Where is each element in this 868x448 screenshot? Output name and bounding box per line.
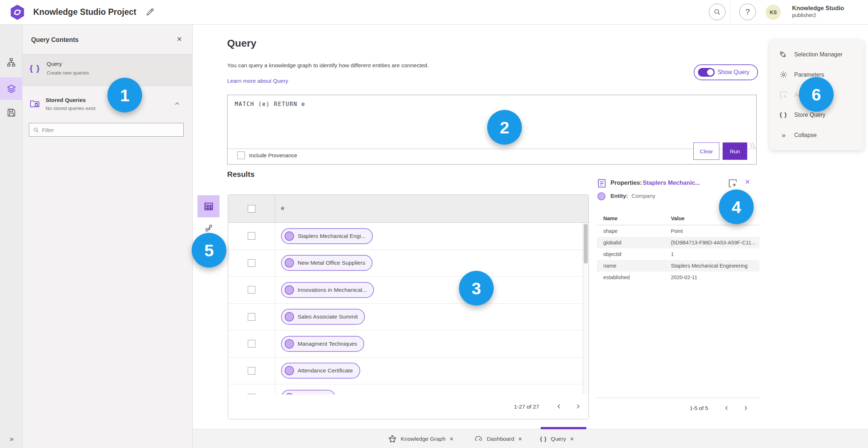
table-row[interactable]: New Metal Office Suppliers	[228, 250, 588, 277]
property-row[interactable]: shape Point	[597, 225, 760, 237]
entity-pill[interactable]: New Metal Office Suppliers	[281, 255, 373, 271]
menu-item-selection-manager[interactable]: Selection Manager	[770, 46, 864, 64]
property-row[interactable]: globalid {5D9B4713-F98D-4A53-A59F-C11...	[597, 237, 760, 248]
entity-dot-icon	[285, 312, 294, 321]
resize-grip-icon[interactable]: ╱╱	[750, 143, 755, 148]
show-query-toggle[interactable]: Show Query	[694, 64, 758, 80]
properties-entity-link[interactable]: Staplers Mechanic...	[643, 179, 700, 186]
entity-pill[interactable]: Sales Associate Summit	[281, 309, 365, 325]
scrollbar-thumb[interactable]	[584, 224, 588, 264]
panel-close-icon[interactable]: ×	[177, 35, 182, 43]
entity-dot-icon	[285, 285, 294, 295]
tab-knowledge-graph[interactable]: Knowledge Graph ×	[388, 429, 454, 448]
menu-item-collapse[interactable]: » Collapse	[770, 126, 864, 144]
property-row[interactable]: objectid 1	[597, 248, 760, 260]
learn-more-link[interactable]: Learn more about Query	[227, 78, 288, 84]
table-row[interactable]: Staplers Mechanical Engi...	[228, 223, 588, 250]
row-checkbox[interactable]	[248, 313, 255, 321]
step-badge-5: 5	[192, 233, 226, 268]
braces-icon: { }	[30, 64, 40, 73]
property-row[interactable]: name Staplers Mechanical Engineering	[597, 260, 760, 272]
results-title: Results	[227, 170, 255, 179]
hierarchy-icon	[7, 58, 16, 67]
entity-type-dot-icon	[597, 192, 605, 200]
results-prev-page-icon[interactable]	[554, 401, 565, 412]
entity-pill[interactable]: Staplers Mechanical Engi...	[281, 228, 373, 244]
table-row[interactable]: Firebird Title	[228, 384, 588, 395]
properties-label: Properties:	[610, 179, 642, 186]
table-row[interactable]: Managment Techniques	[228, 330, 588, 358]
dashboard-gauge-icon	[474, 435, 483, 443]
user-name: Knowledge Studio	[792, 4, 844, 12]
row-checkbox[interactable]	[248, 340, 255, 347]
query-item-subtitle: Create new queries	[47, 70, 89, 76]
include-provenance-label: Include Provenance	[249, 152, 297, 158]
layers-icon	[7, 84, 16, 94]
selection-manager-icon	[779, 51, 788, 59]
toggle-track	[698, 68, 715, 77]
step-badge-2: 2	[487, 110, 522, 145]
close-tab-icon[interactable]: ×	[518, 436, 522, 442]
row-checkbox[interactable]	[248, 286, 255, 294]
query-section-description: You can query a knowledge graph to ident…	[227, 62, 429, 69]
query-contents-panel: Query Contents × { } Query Create new qu…	[22, 25, 193, 448]
entity-pill[interactable]: Managment Techniques	[281, 336, 364, 352]
help-button[interactable]: ?	[739, 4, 756, 20]
entity-pill[interactable]: Attendance Certificate	[281, 363, 360, 379]
search-button[interactable]	[709, 4, 726, 20]
table-row[interactable]: Attendance Certificate	[228, 358, 588, 385]
link-chart-icon	[204, 223, 213, 233]
row-checkbox[interactable]	[248, 232, 255, 240]
properties-close-icon[interactable]: ×	[745, 178, 750, 186]
entity-pill[interactable]: Innovations in Mechanical...	[281, 282, 374, 298]
collapse-section-icon[interactable]	[174, 101, 180, 107]
user-info[interactable]: Knowledge Studio publisher2	[792, 4, 844, 18]
results-table-header: e	[228, 195, 588, 223]
row-checkbox[interactable]	[248, 367, 255, 375]
results-scrollbar[interactable]	[583, 223, 588, 395]
filter-search-icon	[33, 127, 39, 133]
properties-pagination-label: 1-5 of 5	[690, 405, 708, 411]
results-next-page-icon[interactable]	[573, 401, 583, 412]
layers-rail-button-active[interactable]	[0, 77, 22, 100]
edit-title-icon[interactable]	[145, 7, 155, 17]
entity-label: Entity:	[610, 193, 628, 199]
gear-icon	[779, 71, 788, 79]
save-rail-button[interactable]	[0, 101, 22, 124]
knowledge-studio-app: Knowledge Studio Project ? KS Knowledge …	[0, 0, 868, 448]
properties-pagination: 1-5 of 5	[597, 398, 760, 419]
close-tab-icon[interactable]: ×	[450, 436, 454, 442]
collapse-icon: »	[779, 131, 788, 139]
add-to-selection-icon[interactable]	[728, 179, 737, 188]
select-all-checkbox[interactable]	[248, 205, 255, 213]
property-row[interactable]: established 2020-02-11	[597, 272, 760, 283]
link-chart-view-button[interactable]	[203, 222, 215, 234]
stored-queries-title: Stored Queries	[46, 97, 86, 103]
topbar-divider	[730, 2, 731, 22]
properties-next-page-icon[interactable]	[740, 402, 751, 413]
tab-dashboard[interactable]: Dashboard ×	[474, 429, 522, 448]
clear-button[interactable]: Clear	[693, 142, 719, 160]
top-bar: Knowledge Studio Project ? KS Knowledge …	[0, 0, 868, 25]
entity-dot-icon	[285, 339, 294, 349]
step-badge-6: 6	[799, 77, 834, 112]
table-row[interactable]: Sales Associate Summit	[228, 304, 588, 331]
include-provenance-checkbox[interactable]	[237, 152, 245, 159]
user-avatar[interactable]: KS	[766, 5, 781, 20]
properties-prev-page-icon[interactable]	[721, 402, 732, 413]
table-view-button-active[interactable]	[197, 195, 220, 217]
panel-item-query[interactable]: { } Query Create new queries	[22, 54, 193, 86]
expand-rail-icon[interactable]: »	[0, 435, 22, 443]
add-frame-icon	[779, 91, 788, 99]
table-icon	[204, 201, 214, 212]
close-tab-icon[interactable]: ×	[570, 436, 574, 442]
hierarchy-rail-button[interactable]	[0, 51, 22, 74]
query-text: MATCH (e) RETURN e	[235, 101, 305, 107]
app-logo-icon[interactable]	[9, 4, 25, 21]
table-row[interactable]: Innovations in Mechanical...	[228, 277, 588, 304]
filter-input[interactable]	[42, 127, 180, 133]
row-checkbox[interactable]	[248, 259, 255, 267]
tab-query-active[interactable]: { } Query ×	[540, 429, 574, 448]
show-query-label: Show Query	[718, 69, 749, 76]
run-button[interactable]: Run	[723, 142, 747, 160]
